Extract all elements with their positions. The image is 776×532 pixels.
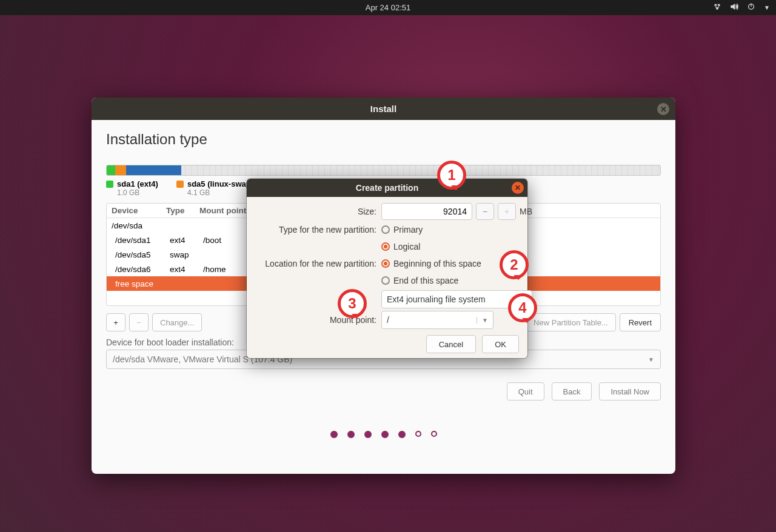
dot xyxy=(330,431,338,438)
location-label: Location for the new partition: xyxy=(255,259,376,268)
chevron-down-icon: ▼ xyxy=(477,317,488,324)
change-button[interactable]: Change... xyxy=(152,313,202,331)
size-unit: MB xyxy=(520,207,532,216)
revert-button[interactable]: Revert xyxy=(620,313,661,331)
wizard-footer: Quit Back Install Now xyxy=(106,382,661,401)
cancel-button[interactable]: Cancel xyxy=(426,335,476,353)
top-menubar: Apr 24 02:51 ▼ xyxy=(0,0,776,15)
legend-sub: 1.0 GB xyxy=(117,188,158,197)
back-button[interactable]: Back xyxy=(552,382,592,401)
legend-title: sda5 (linux-swap) xyxy=(187,179,253,188)
dot xyxy=(381,431,389,438)
size-label: Size: xyxy=(255,207,376,216)
mountpoint-select[interactable]: / ▼ xyxy=(381,311,493,329)
annotation-2: 2 xyxy=(500,250,529,279)
clock: Apr 24 02:51 xyxy=(366,3,410,12)
svg-rect-1 xyxy=(751,4,751,7)
swatch-orange xyxy=(176,181,184,188)
disk-seg-sda6 xyxy=(126,165,181,175)
legend-title: sda1 (ext4) xyxy=(117,179,158,188)
dot xyxy=(364,431,372,438)
col-type: Type xyxy=(166,206,199,215)
dot xyxy=(347,431,355,438)
radio-primary[interactable]: Primary xyxy=(381,222,532,237)
system-tray: ▼ xyxy=(713,0,770,15)
chevron-down-icon: ▼ xyxy=(648,356,654,363)
legend-item-sda5: sda5 (linux-swap) 4.1 GB xyxy=(176,179,253,197)
dot xyxy=(398,431,406,438)
close-icon[interactable]: ✕ xyxy=(657,103,669,115)
window-titlebar: Install ✕ xyxy=(92,98,675,120)
new-partition-table-button[interactable]: New Partition Table... xyxy=(526,313,616,331)
size-input[interactable] xyxy=(381,203,472,220)
disk-seg-sda1 xyxy=(107,165,115,175)
sound-icon[interactable] xyxy=(730,2,738,13)
add-partition-button[interactable]: + xyxy=(106,313,125,331)
type-label: Type for the new partition: xyxy=(255,225,376,234)
dot xyxy=(431,431,437,437)
col-device: Device xyxy=(112,206,166,215)
page-title: Installation type xyxy=(106,131,661,148)
window-title: Install xyxy=(370,104,396,114)
dialog-title: Create partition xyxy=(356,183,418,193)
annotation-3: 3 xyxy=(338,289,367,318)
quit-button[interactable]: Quit xyxy=(507,382,544,401)
remove-partition-button[interactable]: − xyxy=(129,313,149,331)
disk-seg-sda5 xyxy=(115,165,126,175)
disk-usage-bar xyxy=(106,165,661,176)
annotation-4: 4 xyxy=(508,293,537,322)
create-partition-dialog: Create partition ✕ Size: − + MB Type for… xyxy=(247,179,527,358)
chevron-down-icon[interactable]: ▼ xyxy=(764,4,770,11)
legend-item-sda1: sda1 (ext4) 1.0 GB xyxy=(106,179,158,197)
size-decrement-button[interactable]: − xyxy=(476,203,494,220)
network-icon[interactable] xyxy=(713,2,721,13)
size-increment-button[interactable]: + xyxy=(498,203,516,220)
power-icon[interactable] xyxy=(747,2,755,13)
close-icon[interactable]: ✕ xyxy=(512,182,524,194)
legend-sub: 4.1 GB xyxy=(187,188,253,197)
dot xyxy=(415,431,421,437)
swatch-green xyxy=(106,181,113,188)
ok-button[interactable]: OK xyxy=(482,335,519,353)
mountpoint-value: / xyxy=(387,315,389,325)
dialog-titlebar: Create partition ✕ xyxy=(247,179,527,197)
install-now-button[interactable]: Install Now xyxy=(599,382,661,401)
annotation-1: 1 xyxy=(437,161,466,190)
progress-dots xyxy=(92,431,675,438)
